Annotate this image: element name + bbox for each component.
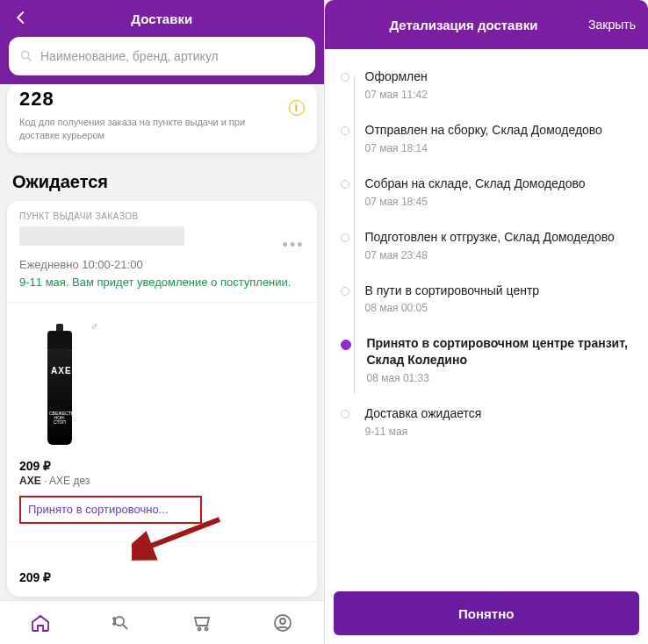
- search-input[interactable]: Наименование, бренд, артикул: [9, 37, 315, 75]
- timeline-step-title: Отправлен на сборку, Склад Домодедово: [365, 122, 602, 139]
- timeline-step-title: Принято в сортировочном центре транзит, …: [367, 335, 633, 369]
- timeline-step: Собран на складе, Склад Домодедово07 мая…: [341, 175, 633, 208]
- nav-cart-icon[interactable]: [191, 612, 213, 634]
- timeline-step: Подготовлен к отгрузке, Склад Домодедово…: [341, 229, 633, 261]
- pickup-card: ПУНКТ ВЫДАЧИ ЗАКАЗОВ ••• Ежедневно 10:00…: [7, 201, 317, 597]
- pickup-code-desc: Код для получения заказа на пункте выдач…: [19, 116, 274, 142]
- search-icon: [19, 49, 33, 63]
- product-status[interactable]: Принято в сортировочно...: [19, 496, 202, 524]
- pickup-address-redacted: [19, 226, 184, 246]
- timeline-step-title: В пути в сортировочный центр: [365, 283, 540, 299]
- timeline-step: Оформлен07 мая 11:42: [341, 68, 633, 101]
- timeline-step-date: 07 мая 23:48: [365, 249, 615, 261]
- timeline-step: В пути в сортировочный центр08 мая 00:05: [341, 283, 633, 315]
- svg-point-3: [115, 617, 124, 626]
- close-button[interactable]: Закрыть: [588, 18, 636, 32]
- timeline-step-title: Доставка ожидается: [365, 405, 482, 422]
- nav-profile-icon[interactable]: [271, 612, 294, 634]
- product-price: 209 ₽: [19, 459, 305, 473]
- timeline-dot: [341, 287, 349, 296]
- timeline-step-title: Подготовлен к отгрузке, Склад Домодедово: [365, 229, 615, 246]
- product-name: AXE · AXE дез: [19, 475, 305, 487]
- svg-point-9: [205, 627, 208, 630]
- timeline-step-date: 08 мая 00:05: [365, 302, 540, 314]
- svg-line-1: [28, 58, 31, 61]
- more-icon[interactable]: •••: [283, 236, 305, 254]
- svg-point-0: [22, 52, 29, 59]
- product-image: AXE СВЕЖЕСТЬНОН-СТОП ♂: [25, 318, 95, 450]
- timeline-dot: [341, 73, 349, 82]
- pickup-code-card: 228 Код для получения заказа на пункте в…: [7, 84, 317, 153]
- divider: [7, 541, 317, 542]
- ok-button[interactable]: Понятно: [334, 591, 640, 635]
- divider: [7, 302, 317, 303]
- bottom-nav: [0, 600, 324, 644]
- header: Доставки Наименование, бренд, артикул: [0, 0, 324, 84]
- gender-icon: ♂: [90, 320, 98, 333]
- product-item[interactable]: AXE СВЕЖЕСТЬНОН-СТОП ♂ 209 ₽ AXE · AXE д…: [19, 315, 305, 584]
- order-total: 209 ₽: [19, 570, 305, 584]
- timeline-step-title: Оформлен: [365, 68, 428, 85]
- timeline-step: Доставка ожидается9-11 мая: [341, 405, 633, 438]
- timeline-step-date: 07 мая 18:45: [365, 196, 586, 208]
- timeline-step-title: Собран на складе, Склад Домодедово: [365, 175, 586, 192]
- timeline-dot: [341, 410, 349, 419]
- back-icon[interactable]: [12, 9, 30, 26]
- svg-point-8: [198, 627, 201, 630]
- page-title: Доставки: [131, 11, 192, 26]
- nav-search-icon[interactable]: [110, 612, 133, 634]
- timeline-step: Отправлен на сборку, Склад Домодедово07 …: [341, 122, 633, 154]
- section-title: Ожидается: [12, 172, 312, 192]
- pickup-code: 228: [19, 88, 305, 111]
- timeline-dot: [341, 233, 349, 242]
- pickup-schedule: Ежедневно 10:00-21:00: [19, 258, 305, 271]
- timeline-step: Принято в сортировочном центре транзит, …: [341, 335, 633, 384]
- info-icon[interactable]: i: [289, 100, 305, 116]
- svg-point-11: [280, 619, 285, 624]
- timeline-step-date: 07 мая 18:14: [365, 142, 602, 154]
- timeline-dot: [341, 180, 349, 189]
- pickup-label: ПУНКТ ВЫДАЧИ ЗАКАЗОВ: [19, 211, 305, 221]
- detail-header: Детализация доставки Закрыть: [325, 0, 649, 49]
- timeline-dot-current: [341, 340, 351, 350]
- timeline-dot: [341, 126, 349, 135]
- search-placeholder: Наименование, бренд, артикул: [40, 49, 219, 63]
- timeline-step-date: 9-11 мая: [365, 426, 482, 438]
- detail-title: Детализация доставки: [390, 18, 538, 32]
- timeline-step-date: 07 мая 11:42: [365, 89, 428, 101]
- deliveries-screen: Доставки Наименование, бренд, артикул 22…: [0, 0, 325, 644]
- pickup-eta: 9-11 мая. Вам придет уведомление о посту…: [19, 275, 305, 290]
- nav-home-icon[interactable]: [29, 612, 52, 634]
- timeline: Оформлен07 мая 11:42Отправлен на сборку,…: [325, 49, 649, 468]
- timeline-step-date: 08 мая 01:33: [367, 372, 633, 384]
- svg-line-4: [123, 625, 127, 629]
- delivery-detail-screen: Детализация доставки Закрыть Оформлен07 …: [325, 0, 649, 644]
